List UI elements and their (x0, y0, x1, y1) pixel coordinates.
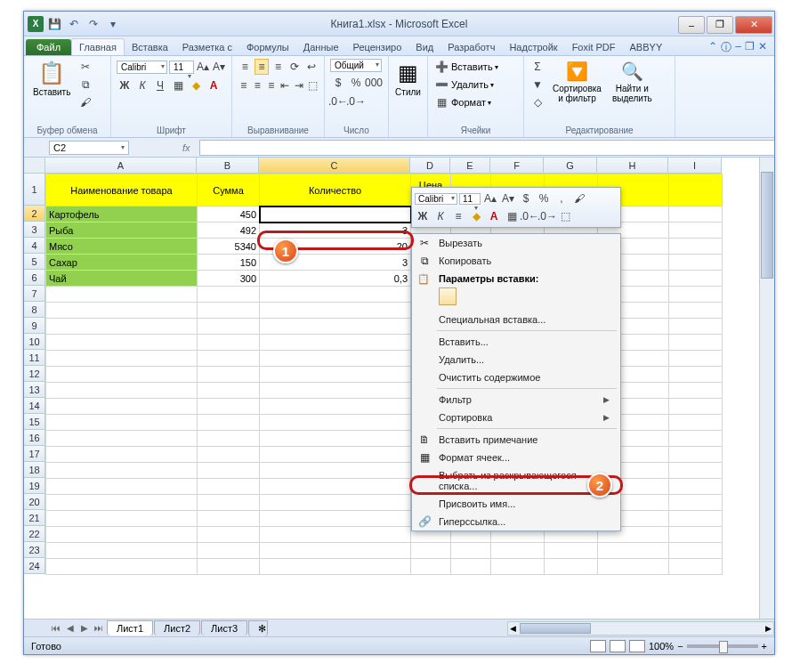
cell[interactable] (198, 351, 260, 367)
cell[interactable] (491, 559, 545, 575)
row-header-5[interactable]: 5 (24, 254, 45, 270)
cell[interactable] (669, 431, 723, 447)
cell[interactable] (198, 399, 260, 415)
cell[interactable] (669, 495, 723, 511)
cell[interactable] (198, 287, 260, 303)
close-button[interactable]: ✕ (735, 16, 772, 34)
cell[interactable] (260, 303, 411, 319)
row-header-4[interactable]: 4 (24, 238, 45, 254)
cell[interactable]: 450 (198, 206, 260, 223)
mini-grow-font-icon[interactable]: A▴ (482, 190, 498, 206)
col-header-G[interactable]: G (544, 158, 597, 174)
cell[interactable]: 492 (198, 223, 260, 239)
row-header-7[interactable]: 7 (24, 286, 45, 302)
cell[interactable] (669, 319, 723, 335)
menu-clear[interactable]: Очистить содержимое (412, 368, 620, 386)
cell[interactable] (46, 463, 198, 479)
mini-merge-icon[interactable]: ⬚ (557, 208, 573, 224)
redo-icon[interactable]: ↷ (85, 15, 102, 33)
font-color-icon[interactable]: А (206, 77, 222, 93)
wrap-text-icon[interactable]: ↩ (303, 59, 319, 75)
row-header-12[interactable]: 12 (24, 366, 45, 382)
cell[interactable] (260, 206, 411, 223)
cell[interactable]: 5340 (198, 239, 260, 255)
zoom-level[interactable]: 100% (649, 641, 674, 652)
undo-icon[interactable]: ↶ (65, 15, 83, 33)
cell[interactable] (411, 543, 451, 559)
cell[interactable] (198, 431, 260, 447)
cell[interactable] (669, 255, 723, 271)
cell[interactable] (198, 383, 260, 399)
align-top-icon[interactable]: ≡ (238, 59, 253, 75)
cell[interactable]: Сумма (198, 174, 260, 206)
cell[interactable] (198, 559, 260, 575)
row-header-13[interactable]: 13 (24, 382, 45, 398)
menu-insert[interactable]: Вставить... (412, 333, 620, 351)
col-header-B[interactable]: B (197, 158, 259, 174)
cell[interactable] (198, 495, 260, 511)
cell[interactable] (669, 527, 723, 543)
cell[interactable] (260, 287, 411, 303)
cell[interactable] (260, 367, 411, 383)
view-layout-icon[interactable] (610, 640, 626, 652)
cell[interactable]: Сахар (46, 255, 198, 271)
align-right-icon[interactable]: ≡ (265, 77, 278, 93)
cell[interactable] (46, 431, 198, 447)
cell[interactable]: Рыба (46, 223, 198, 239)
sheet-tab-2[interactable]: Лист2 (154, 620, 200, 636)
row-header-6[interactable]: 6 (24, 270, 45, 286)
qat-dropdown-icon[interactable]: ▾ (104, 15, 122, 33)
cell[interactable]: 150 (198, 255, 260, 271)
row-header-17[interactable]: 17 (24, 446, 45, 462)
cell[interactable] (46, 511, 198, 527)
cell[interactable] (198, 479, 260, 495)
cell[interactable] (260, 495, 411, 511)
col-header-E[interactable]: E (450, 158, 490, 174)
clear-icon[interactable]: ◇ (529, 94, 545, 110)
cell[interactable] (260, 543, 411, 559)
cell[interactable] (260, 431, 411, 447)
cell[interactable]: Картофель (46, 206, 198, 223)
cell[interactable] (669, 335, 723, 351)
mini-font-color-icon[interactable]: А (486, 208, 502, 224)
row-header-11[interactable]: 11 (24, 350, 45, 366)
view-normal-icon[interactable] (590, 640, 606, 652)
cut-icon[interactable]: ✂ (77, 59, 93, 75)
cell[interactable] (669, 543, 723, 559)
mini-size-dropdown[interactable]: 11 (459, 193, 481, 205)
merge-icon[interactable]: ⬚ (307, 77, 319, 93)
cell[interactable] (669, 303, 723, 319)
vertical-scrollbar[interactable] (759, 158, 774, 634)
cell[interactable] (198, 527, 260, 543)
cell[interactable] (198, 447, 260, 463)
cell[interactable] (669, 415, 723, 431)
cell[interactable] (669, 287, 723, 303)
view-pagebreak-icon[interactable] (629, 640, 645, 652)
currency-icon[interactable]: $ (330, 75, 346, 91)
cell[interactable] (451, 543, 491, 559)
cell[interactable] (669, 223, 723, 239)
tab-formulas[interactable]: Формулы (239, 39, 296, 55)
col-header-C[interactable]: C (259, 158, 410, 174)
insert-cells-button[interactable]: Вставить (451, 61, 493, 72)
sort-filter-button[interactable]: 🔽 Сортировка и фильтр (549, 59, 605, 136)
doc-max-icon[interactable]: ❐ (745, 40, 755, 55)
row-header-23[interactable]: 23 (24, 542, 45, 558)
cell[interactable] (260, 463, 411, 479)
sheet-tab-3[interactable]: Лист3 (201, 620, 247, 636)
col-header-I[interactable]: I (668, 158, 722, 174)
help-icon[interactable]: ⓘ (721, 40, 731, 55)
cell[interactable] (46, 415, 198, 431)
cell[interactable] (260, 383, 411, 399)
insert-cells-icon[interactable]: ➕ (433, 59, 449, 75)
cell[interactable] (46, 527, 198, 543)
tab-review[interactable]: Рецензиро (346, 39, 409, 55)
cell[interactable] (198, 463, 260, 479)
cell[interactable] (198, 367, 260, 383)
cell[interactable] (669, 206, 723, 223)
cell[interactable]: 0,3 (260, 271, 411, 287)
cell[interactable] (260, 319, 411, 335)
cell[interactable] (260, 335, 411, 351)
cell[interactable] (46, 559, 198, 575)
row-header-3[interactable]: 3 (24, 222, 45, 238)
